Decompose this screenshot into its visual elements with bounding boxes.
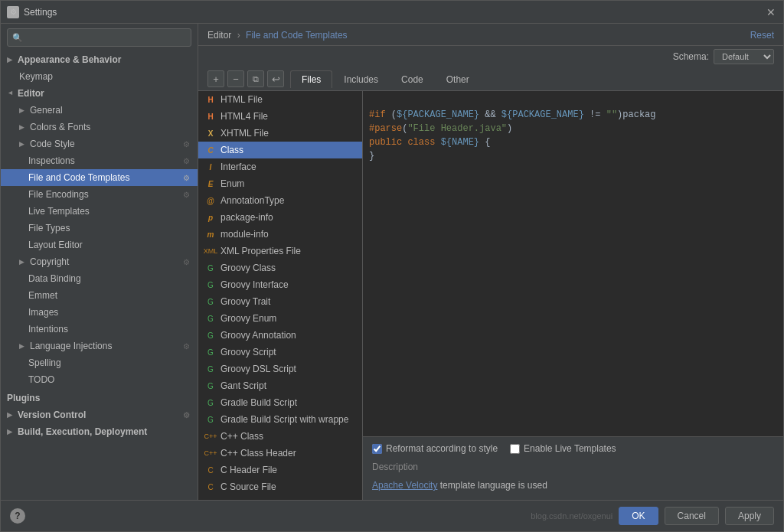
breadcrumb: Editor › File and Code Templates — [207, 30, 348, 41]
sidebar-item-layout-editor[interactable]: Layout Editor — [1, 237, 198, 253]
ok-button[interactable]: OK — [619, 507, 658, 525]
sidebar-item-todo[interactable]: TODO — [1, 371, 198, 388]
file-item-annotation[interactable]: @ AnnotationType — [198, 192, 362, 209]
apply-button[interactable]: Apply — [725, 507, 774, 525]
apache-velocity-link[interactable]: Apache Velocity — [372, 480, 437, 491]
gradle-wrapper-icon: G — [204, 413, 217, 426]
main-split: H HTML File H HTML4 File X XHTML File — [198, 91, 783, 500]
titlebar: ⚙ Settings ✕ — [1, 1, 783, 24]
tab-files[interactable]: Files — [290, 70, 332, 88]
tabs-container: Files Includes Code Other — [290, 70, 481, 87]
help-button[interactable]: ? — [10, 508, 25, 524]
sidebar-item-keymap[interactable]: Keymap — [1, 68, 198, 85]
live-templates-checkbox-label[interactable]: Enable Live Templates — [510, 443, 616, 454]
cpp-header-icon: C++ — [204, 447, 217, 459]
sidebar-item-file-code-templates[interactable]: File and Code Templates ⚙ — [1, 169, 198, 186]
add-template-button[interactable]: + — [207, 70, 224, 87]
file-item-xml[interactable]: XML XML Properties File — [198, 243, 362, 259]
file-item-xhtml[interactable]: X XHTML File — [198, 125, 362, 142]
file-item-groovy-interface[interactable]: G Groovy Interface — [198, 276, 362, 293]
sidebar-item-file-encodings[interactable]: File Encodings ⚙ — [1, 186, 198, 203]
chevron-down-icon: ▼ — [7, 90, 15, 97]
tab-other[interactable]: Other — [435, 70, 481, 88]
sidebar-item-live-templates[interactable]: Live Templates — [1, 203, 198, 220]
sidebar-item-copyright[interactable]: ▶ Copyright ⚙ — [1, 253, 198, 270]
chevron-right-icon: ▶ — [19, 258, 27, 266]
file-item-groovy-dsl[interactable]: G Groovy DSL Script — [198, 361, 362, 377]
file-item-cpp-class[interactable]: C++ C++ Class — [198, 428, 362, 445]
sidebar-item-images[interactable]: Images — [1, 304, 198, 321]
file-item-class[interactable]: C Class — [198, 142, 362, 158]
file-list: H HTML File H HTML4 File X XHTML File — [198, 91, 363, 500]
sidebar-item-file-types[interactable]: File Types — [1, 220, 198, 237]
file-item-package-info[interactable]: p package-info — [198, 209, 362, 226]
reformat-checkbox-label[interactable]: Reformat according to style — [372, 443, 498, 454]
schema-select[interactable]: Default — [714, 49, 774, 64]
sidebar-item-general[interactable]: ▶ General — [1, 102, 198, 119]
java-enum-icon: E — [204, 178, 217, 190]
java-interface-icon: I — [204, 161, 217, 173]
chevron-right-icon: ▶ — [19, 140, 27, 148]
description-text: Apache Velocity template language is use… — [372, 477, 774, 494]
close-button[interactable]: ✕ — [765, 6, 777, 18]
sidebar-item-spelling[interactable]: Spelling — [1, 354, 198, 371]
chevron-right-icon: ▶ — [7, 411, 15, 419]
sidebar-item-version-control[interactable]: ▶ Version Control ⚙ — [1, 406, 198, 423]
groovy-trait-icon: G — [204, 295, 217, 308]
file-item-cpp-header[interactable]: C++ C++ Class Header — [198, 445, 362, 462]
tab-code[interactable]: Code — [390, 70, 435, 88]
file-item-c-header[interactable]: C C Header File — [198, 462, 362, 478]
sidebar-item-appearance[interactable]: ▶ Appearance & Behavior — [1, 51, 198, 68]
groovy-interface-icon: G — [204, 279, 217, 291]
groovy-enum-icon: G — [204, 312, 217, 325]
sidebar-item-plugins[interactable]: Plugins — [1, 390, 198, 406]
groovy-dsl-icon: G — [204, 363, 217, 375]
reset-button[interactable]: Reset — [750, 30, 774, 41]
search-box[interactable]: 🔍 — [7, 28, 191, 47]
copy-template-button[interactable]: ⧉ — [247, 70, 264, 87]
file-item-groovy-annotation[interactable]: G Groovy Annotation — [198, 327, 362, 344]
remove-template-button[interactable]: − — [227, 70, 244, 87]
groovy-script-icon: G — [204, 346, 217, 358]
sidebar-item-colors-fonts[interactable]: ▶ Colors & Fonts — [1, 119, 198, 135]
file-item-html4[interactable]: H HTML4 File — [198, 108, 362, 125]
file-item-module-info[interactable]: m module-info — [198, 226, 362, 243]
file-item-html[interactable]: H HTML File — [198, 91, 362, 108]
file-item-gant[interactable]: G Gant Script — [198, 377, 362, 394]
file-item-groovy-class[interactable]: G Groovy Class — [198, 259, 362, 276]
xhtml-file-icon: X — [204, 127, 217, 139]
file-item-groovy-trait[interactable]: G Groovy Trait — [198, 293, 362, 310]
cancel-button[interactable]: Cancel — [665, 507, 719, 525]
sidebar: 🔍 ▶ Appearance & Behavior Keymap ▼ Edito… — [1, 24, 198, 500]
sidebar-item-intentions[interactable]: Intentions — [1, 321, 198, 338]
java-package-icon: p — [204, 211, 217, 224]
chevron-right-icon: ▶ — [7, 428, 15, 436]
sidebar-item-build[interactable]: ▶ Build, Execution, Deployment — [1, 423, 198, 440]
code-editor[interactable]: #if (${PACKAGE_NAME} && ${PACKAGE_NAME} … — [363, 91, 783, 436]
bottom-options: Reformat according to style Enable Live … — [363, 436, 783, 500]
java-class-icon: C — [204, 144, 217, 156]
chevron-right-icon: ▶ — [7, 56, 15, 64]
search-input[interactable] — [26, 32, 186, 43]
sidebar-item-editor[interactable]: ▼ Editor — [1, 85, 198, 102]
search-icon: 🔍 — [12, 33, 23, 43]
file-item-interface[interactable]: I Interface — [198, 158, 362, 175]
file-item-groovy-script[interactable]: G Groovy Script — [198, 344, 362, 361]
file-item-enum[interactable]: E Enum — [198, 175, 362, 192]
file-item-c-source[interactable]: C C Source File — [198, 478, 362, 495]
reformat-checkbox[interactable] — [372, 444, 382, 454]
sidebar-item-inspections[interactable]: Inspections ⚙ — [1, 152, 198, 169]
live-templates-checkbox[interactable] — [510, 444, 520, 454]
sidebar-item-data-binding[interactable]: Data Binding — [1, 270, 198, 287]
window-title: Settings — [24, 7, 760, 18]
file-item-gradle-wrapper[interactable]: G Gradle Build Script with wrappe — [198, 411, 362, 428]
file-item-gradle-build[interactable]: G Gradle Build Script — [198, 394, 362, 411]
file-item-groovy-enum[interactable]: G Groovy Enum — [198, 310, 362, 327]
restore-template-button[interactable]: ↩ — [267, 70, 284, 87]
sidebar-item-emmet[interactable]: Emmet — [1, 287, 198, 304]
tab-includes[interactable]: Includes — [332, 70, 390, 88]
sidebar-item-code-style[interactable]: ▶ Code Style ⚙ — [1, 135, 198, 152]
description-label: Description — [372, 462, 774, 472]
chevron-right-icon: ▶ — [19, 106, 27, 114]
sidebar-item-language-injections[interactable]: ▶ Language Injections ⚙ — [1, 338, 198, 354]
